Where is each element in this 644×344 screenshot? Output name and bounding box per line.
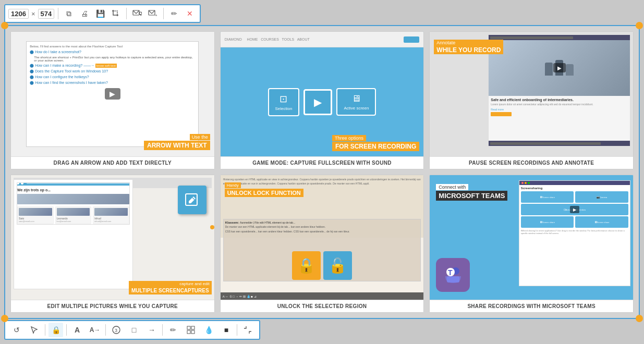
ts-cell-5: 🖥 Screen share (575, 216, 628, 228)
pixel-button[interactable] (184, 323, 198, 337)
ts-row2: ⊡ Active screen window ▶ (521, 204, 628, 215)
option-active-label: Active screen (344, 106, 369, 110)
option-selection-label: Selection (275, 106, 293, 111)
win-close (521, 182, 524, 184)
card-pause-annotate: Annotate WHILE YOU RECORD (429, 31, 634, 169)
corner-handle-tl[interactable] (1, 22, 8, 29)
ts-play-btn[interactable]: ▶ (570, 206, 579, 213)
teams-logo: T (436, 258, 470, 292)
svg-rect-11 (187, 326, 190, 329)
fill-color-button[interactable]: ■ (219, 323, 234, 337)
site-header (17, 182, 130, 186)
badge5-line1: Handy (225, 182, 241, 188)
edit-button[interactable]: ✏ (167, 7, 181, 20)
person1-img (19, 208, 52, 216)
card-unlock: Hinterorg opzetten en HTML applicatie en… (220, 175, 424, 313)
corner-handle-br[interactable] (636, 315, 643, 322)
klassem-title: Klassem: Aanmelder | File edit HTML elem… (225, 221, 419, 224)
klassem-text: De manier van een HTML applicatie elemen… (225, 225, 419, 229)
card3-bottom-toolbar (489, 141, 630, 146)
badge-line2: ARROW WITH TEXT (144, 141, 210, 150)
card5-toolbar-content: A ↔ ① □ → ✏ ⊞ 💧 ■ ⊿ (223, 294, 257, 298)
option-selection[interactable]: ⊡ Selection (268, 88, 300, 116)
lock-icons-area: 🔒 🔓 (221, 231, 424, 300)
bt-sep2 (66, 324, 67, 336)
height-value: 574 (41, 10, 52, 18)
card3-read-more[interactable]: Read more (491, 108, 628, 111)
card2-browser-bar: DIAMOND HOME COURSES TOOLS ABOUT (221, 32, 424, 47)
crop-button[interactable] (109, 7, 123, 20)
person2-card: Leonardo leo@email.com (55, 206, 92, 224)
card3-bg: Annotate WHILE YOU RECORD (430, 32, 633, 156)
card2-label: GAME MODE: CAPTURE FULLSCREEN WITH SOUND (221, 156, 424, 169)
dropper-button[interactable]: 💧 (201, 323, 216, 337)
we-zijn-text: We zijn trots op o... (17, 188, 129, 192)
card2-cta (404, 36, 419, 43)
card3-text-content: Safe and efficient onboarding of interme… (489, 96, 630, 118)
bottom-toolbar: ↺ 🔒 A A→ 3 □ → ✏ 💧 ■ (4, 320, 260, 340)
play-icon: ▶ (314, 96, 322, 108)
width-box[interactable]: 1206 (8, 9, 29, 19)
person-row: Sato sato@email.com Leonardo leo@email.c… (17, 206, 129, 224)
pen-button[interactable]: ✏ (166, 323, 180, 337)
card2-thumb: DIAMOND HOME COURSES TOOLS ABOUT ⊡ Selec… (221, 32, 424, 156)
arrow-button[interactable]: → (144, 323, 159, 337)
card3-toolbar (489, 35, 630, 40)
save-button[interactable]: 💾 (93, 7, 107, 20)
card4-thumb: Digitale oplossingen meer organisme van … (11, 175, 214, 300)
text-arrow-button[interactable]: A→ (88, 323, 102, 337)
teams-screen-label: Screensharing (521, 187, 628, 190)
svg-text:3: 3 (115, 328, 117, 333)
card3-thumb: Annotate WHILE YOU RECORD (430, 32, 633, 156)
card3-business-img: ▶ (489, 40, 630, 96)
undo-button[interactable]: ↺ (9, 323, 24, 337)
bt-sep3 (105, 324, 106, 336)
text-button[interactable]: A (70, 323, 84, 337)
svg-point-1 (139, 12, 142, 15)
option-play[interactable]: ▶ (303, 89, 332, 115)
card4-website: We zijn trots op o... Sato sato@email.co… (14, 179, 133, 289)
badge3-line2: WHILE YOU RECORD (434, 46, 503, 54)
edit-icon (178, 186, 206, 214)
card3-cta-btn[interactable] (491, 112, 512, 116)
corner-handle-bl[interactable] (1, 315, 8, 322)
print-button[interactable]: 🖨 (78, 7, 91, 20)
ts-cell4-label: Screen share (542, 221, 555, 224)
card5-bg: Hinterorg opzetten en HTML applicatie en… (221, 175, 424, 300)
card3-bottom-items (490, 142, 601, 145)
select-button[interactable] (27, 323, 42, 337)
lock-toggle-button[interactable]: 🔒 (48, 323, 63, 337)
card5-thumb: Hinterorg opzetten en HTML applicatie en… (221, 175, 424, 300)
option-active-screen[interactable]: 🖥 Active screen (336, 88, 376, 116)
card1-play[interactable]: ▶ (105, 88, 120, 100)
lock-closed-icon: 🔒 (292, 251, 321, 280)
email-attach-button[interactable]: + (146, 7, 160, 20)
height-box[interactable]: 574 (38, 9, 55, 19)
corner-handle-tr[interactable] (636, 22, 643, 29)
width-value: 1206 (11, 10, 26, 18)
person2-img (57, 208, 90, 216)
card3-play-btn[interactable]: ▶ (553, 63, 566, 72)
dimension-separator: × (31, 10, 35, 18)
badge3-line1: Annotate (434, 40, 503, 46)
teams-badge: Connect with MICROSOFT TEAMS (436, 181, 507, 201)
ts-cell-screen-share: 🖥 Screen share (521, 191, 574, 203)
card1-header-text: Below, I'll find answers to the most abo… (30, 45, 195, 48)
bt-sep4 (162, 324, 163, 336)
teams-screen-header (519, 181, 630, 185)
card-screen-recording: DIAMOND HOME COURSES TOOLS ABOUT ⊡ Selec… (220, 31, 424, 169)
ts-cell5-label: Screen share (597, 221, 610, 224)
number-button[interactable]: 3 (109, 323, 124, 337)
arrow-text-badge: Use the ARROW WITH TEXT (144, 131, 210, 150)
card3-screenshot: ▶ Safe and efficient onboarding of inter… (488, 34, 630, 146)
faq4: ⬤ How can I configure the hotkeys? (30, 75, 195, 79)
person1-email: sato@email.com (19, 220, 52, 223)
faq3: ⬤ Does the Capture Tool work on Windows … (30, 69, 195, 73)
rect-button[interactable]: □ (127, 323, 141, 337)
crop-tool-button[interactable] (240, 323, 255, 337)
card1-content: Below, I'll find answers to the most abo… (11, 32, 214, 156)
email-edit-button[interactable] (130, 7, 144, 20)
close-button[interactable]: ✕ (183, 7, 197, 20)
lock-open-icon: 🔓 (323, 251, 352, 280)
copy-button[interactable]: ⧉ (62, 7, 76, 20)
